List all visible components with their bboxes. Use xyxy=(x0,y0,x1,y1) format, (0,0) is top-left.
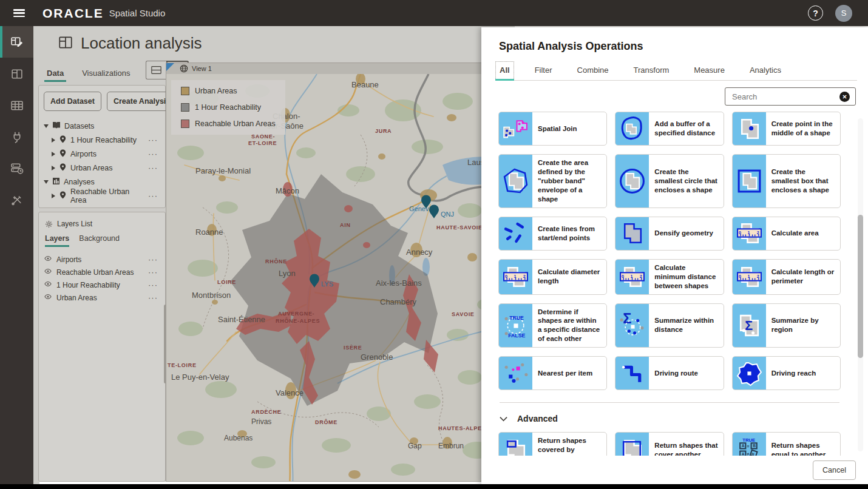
clear-search-icon[interactable]: ✕ xyxy=(839,92,850,102)
svg-text:2: 2 xyxy=(756,274,759,278)
layer-row[interactable]: 1 Hour Reachability··· xyxy=(44,278,160,291)
dialog-tab-combine[interactable]: Combine xyxy=(573,61,613,80)
operation-label: Create the area defined by the "rubber b… xyxy=(532,155,606,207)
operation-card[interactable]: TRUEABAB=≠FALSEReturn shapes equal to an… xyxy=(732,432,841,456)
operation-card[interactable]: 012Calculate minimum distance between sh… xyxy=(615,259,724,295)
svg-text:=: = xyxy=(747,444,749,448)
operation-card[interactable]: Create lines from start/end points xyxy=(498,217,607,251)
rail-item-connections[interactable] xyxy=(0,121,33,152)
operation-card[interactable]: ΣSummarize by region xyxy=(732,303,841,348)
tab-data[interactable]: Data xyxy=(44,66,66,82)
advanced-section-header[interactable]: Advanced xyxy=(500,402,839,423)
spatial-analysis-dialog: Spatial Analysis Operations AllFilterCom… xyxy=(481,27,868,484)
dialog-tab-transform[interactable]: Transform xyxy=(629,61,674,80)
more-menu-icon[interactable]: ··· xyxy=(148,268,160,277)
operation-card[interactable]: Create the area defined by the "rubber b… xyxy=(498,154,607,208)
operation-card[interactable]: Return shapes that cover another xyxy=(615,432,724,456)
pin-icon xyxy=(59,149,67,160)
eye-icon[interactable] xyxy=(44,293,52,302)
caret-right-icon[interactable] xyxy=(52,152,55,157)
rail-item-active-project[interactable] xyxy=(0,26,33,58)
operation-card[interactable]: Driving route xyxy=(615,356,724,390)
tree-item[interactable]: Airports··· xyxy=(44,147,160,161)
dialog-tab-all[interactable]: All xyxy=(495,61,514,80)
eye-icon[interactable] xyxy=(44,255,52,264)
map-region-label: DRÔME xyxy=(315,419,337,425)
layer-label: Reachable Urban Areas xyxy=(56,268,134,277)
help-icon[interactable]: ? xyxy=(808,5,823,21)
layer-row[interactable]: Airports··· xyxy=(44,253,160,266)
globe-icon xyxy=(180,64,188,73)
dialog-tab-measure[interactable]: Measure xyxy=(690,61,729,80)
eye-icon[interactable] xyxy=(44,280,52,289)
caret-right-icon[interactable] xyxy=(52,194,55,198)
layer-row[interactable]: Urban Areas··· xyxy=(44,291,160,304)
operation-card[interactable]: Nearest per item xyxy=(498,356,607,390)
search-input[interactable] xyxy=(731,92,839,102)
operation-card[interactable]: Densify geometry xyxy=(615,217,724,251)
operation-card[interactable]: Return shapes covered by another xyxy=(498,432,607,456)
operation-card[interactable]: ΣSummarize within distance xyxy=(615,303,724,348)
rail-item-jobs[interactable] xyxy=(0,152,33,184)
caret-right-icon[interactable] xyxy=(52,166,55,170)
map-region-label: LOIRE xyxy=(217,279,236,285)
dialog-tab-filter[interactable]: Filter xyxy=(531,61,557,80)
tree-item[interactable]: 1 Hour Reachability··· xyxy=(44,133,160,147)
tree-item-label: 1 Hour Reachability xyxy=(70,136,137,144)
rail-item-projects[interactable] xyxy=(0,58,33,89)
layers-tab-layers[interactable]: Layers xyxy=(45,234,69,247)
map-region-label: TE-LOIRE xyxy=(168,362,197,368)
cancel-button[interactable]: Cancel xyxy=(813,460,856,480)
layers-list-panel: Layers List LayersBackground Airports···… xyxy=(38,212,166,482)
tab-visualizations[interactable]: Visualizations xyxy=(80,66,132,82)
pin-icon xyxy=(59,163,67,174)
split-horizontal-button[interactable] xyxy=(146,61,166,79)
operation-card[interactable]: Add a buffer of a specified distance xyxy=(615,112,724,146)
map-region-label: ARDÈCHE xyxy=(251,409,281,415)
caret-right-icon[interactable] xyxy=(52,138,55,143)
legend-swatch xyxy=(181,103,189,112)
layer-label: Urban Areas xyxy=(56,294,97,302)
operation-card[interactable]: 012Calculate area xyxy=(732,217,841,251)
eye-icon[interactable] xyxy=(44,268,52,277)
dialog-scrollbar-thumb[interactable] xyxy=(858,215,863,358)
project-icon xyxy=(58,35,73,53)
tree-group-datasets[interactable]: Datasets xyxy=(44,119,160,133)
advanced-label: Advanced xyxy=(517,414,558,423)
more-menu-icon[interactable]: ··· xyxy=(148,163,160,172)
rail-item-datasets[interactable] xyxy=(0,89,33,121)
operation-card[interactable]: 012Calculate diameter length xyxy=(498,259,607,295)
more-menu-icon[interactable]: ··· xyxy=(148,280,160,289)
map-city-label: Saint-Étienne xyxy=(218,315,265,324)
legend-item: Urban Areas xyxy=(181,87,276,95)
rail-item-admin-tools[interactable] xyxy=(0,184,33,215)
more-menu-icon[interactable]: ··· xyxy=(148,255,160,264)
more-menu-icon[interactable]: ··· xyxy=(148,191,160,200)
more-menu-icon[interactable]: ··· xyxy=(148,149,160,158)
tree-item[interactable]: Reachable Urban Area··· xyxy=(44,189,160,203)
map-city-label: Paray-le-Monial xyxy=(195,166,251,175)
map-city-label: Grenoble xyxy=(361,352,393,362)
operation-label: Create point in the middle of a shape xyxy=(766,112,840,145)
operation-card[interactable]: Create the smallest circle that encloses… xyxy=(615,154,724,208)
caret-down-icon[interactable] xyxy=(44,180,49,184)
add-dataset-button[interactable]: Add Dataset xyxy=(44,92,101,111)
operation-card[interactable]: Create point in the middle of a shape xyxy=(732,112,841,146)
layer-row[interactable]: Reachable Urban Areas··· xyxy=(44,266,160,278)
operation-card[interactable]: Create the smallest box that encloses a … xyxy=(732,154,841,208)
top-bar: ORACLE Spatial Studio ? S xyxy=(0,0,868,26)
operation-card[interactable]: TRUEFALSEDetermine if shapes are within … xyxy=(498,303,607,348)
caret-down-icon[interactable] xyxy=(44,124,49,128)
more-menu-icon[interactable]: ··· xyxy=(148,135,160,144)
svg-text:Σ: Σ xyxy=(623,312,631,326)
operation-card[interactable]: Driving reach xyxy=(732,356,841,390)
tree-item[interactable]: Urban Areas··· xyxy=(44,161,160,175)
hamburger-menu-icon[interactable] xyxy=(13,9,25,17)
book-icon xyxy=(52,121,61,131)
operation-card[interactable]: 012Calculate length or perimeter xyxy=(732,259,841,295)
dialog-tab-analytics[interactable]: Analytics xyxy=(745,61,785,80)
operation-card[interactable]: Spatial Join xyxy=(498,112,607,146)
more-menu-icon[interactable]: ··· xyxy=(148,293,160,302)
avatar[interactable]: S xyxy=(835,5,852,22)
layers-tab-background[interactable]: Background xyxy=(79,234,120,247)
